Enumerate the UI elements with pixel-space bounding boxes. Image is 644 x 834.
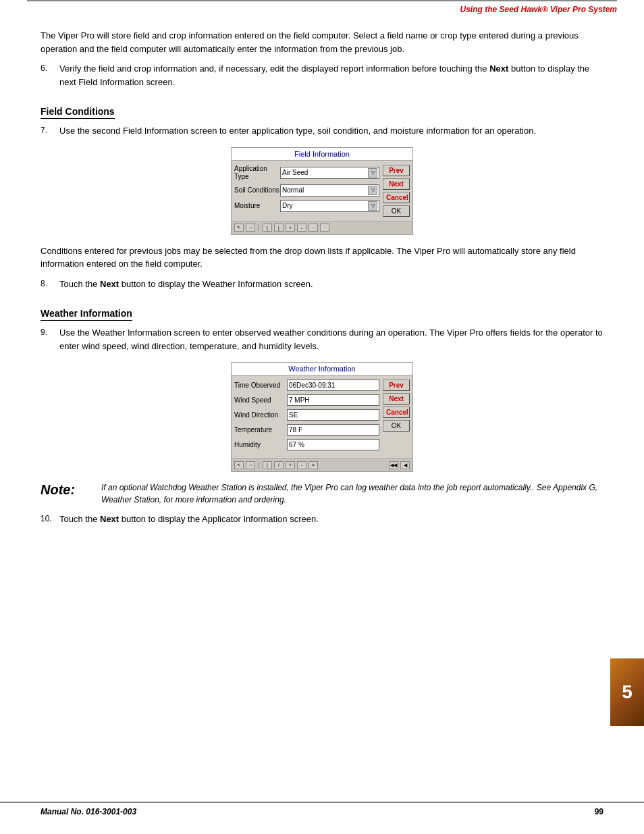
moisture-label: Moisture	[234, 202, 280, 210]
field-info-prev-button[interactable]: Prev	[383, 165, 410, 176]
side-tab-number: 5	[622, 681, 633, 703]
header-title: Using the Seed Hawk® Viper Pro System	[460, 5, 617, 14]
footer-btn-1[interactable]: |	[263, 224, 272, 232]
footer-page: 99	[595, 807, 603, 816]
note-box: Note: If an optional Watchdog Weather St…	[41, 481, 603, 506]
footer-btn-2[interactable]: |	[274, 224, 284, 232]
application-type-label: Application Type	[234, 165, 280, 181]
temperature-value: 78 F	[289, 426, 302, 434]
field-info-next-button[interactable]: Next	[383, 178, 410, 190]
step-9: 9. Use the Weather Information screen to…	[41, 326, 603, 353]
field-information-dialog-wrapper: Field Information Application Type Air S…	[41, 147, 603, 235]
soil-conditions-label: Soil Conditions	[234, 186, 280, 194]
step-7: 7. Use the second Field Information scre…	[41, 124, 603, 138]
footer-btn-arrow-right[interactable]: →	[246, 224, 255, 232]
weather-footer-btn-5[interactable]: +	[286, 461, 295, 469]
wind-speed-input[interactable]: 7 MPH	[287, 394, 379, 406]
application-type-row: Application Type Air Seed ▽	[234, 165, 379, 181]
weather-info-next-button[interactable]: Next	[383, 393, 410, 405]
soil-conditions-dropdown[interactable]: ▽	[368, 186, 377, 195]
time-observed-row: Time Observed 06Dec30-09:31	[234, 380, 379, 391]
weather-footer-btn-6[interactable]: -	[297, 461, 306, 469]
footer-btn-4[interactable]: -	[297, 224, 306, 232]
moisture-value: Dry	[282, 202, 368, 209]
header-bar: Using the Seed Hawk® Viper Pro System	[27, 0, 617, 14]
step-6: 6. Verify the field and crop information…	[41, 62, 603, 88]
weather-footer-btn-4[interactable]: /	[274, 461, 284, 469]
temperature-label: Temperature	[234, 426, 287, 434]
application-type-input[interactable]: Air Seed ▽	[280, 167, 379, 179]
intro-paragraph: The Viper Pro will store field and crop …	[41, 29, 603, 55]
page-container: Using the Seed Hawk® Viper Pro System Th…	[0, 0, 644, 834]
footer-btn-arrow-left[interactable]: ↖	[234, 224, 244, 232]
note-text: If an optional Watchdog Weather Station …	[101, 481, 603, 506]
footer-btn-3[interactable]: +	[286, 224, 295, 232]
wind-direction-input[interactable]: SE	[287, 409, 379, 421]
time-observed-label: Time Observed	[234, 382, 287, 390]
humidity-input[interactable]: 67 %	[287, 439, 379, 450]
weather-info-ok-button[interactable]: OK	[383, 420, 410, 432]
weather-info-cancel-button[interactable]: Cancel	[383, 407, 410, 418]
step-9-num: 9.	[41, 326, 59, 353]
field-conditions-caption: Conditions entered for previous jobs may…	[41, 244, 603, 271]
moisture-row: Moisture Dry ▽	[234, 200, 379, 212]
field-info-buttons: Prev Next Cancel OK	[383, 165, 410, 217]
weather-information-dialog: Weather Information Time Observed 06Dec3…	[231, 362, 413, 472]
footer-btn-6[interactable]: ·	[320, 224, 329, 232]
page-footer: Manual No. 016-3001-003 99	[0, 802, 644, 820]
weather-information-heading: Weather Information	[41, 308, 132, 321]
step-9-text: Use the Weather Information screen to en…	[59, 326, 603, 353]
step-7-text: Use the second Field Information screen …	[59, 124, 603, 138]
step-10: 10. Touch the Next button to display the…	[41, 513, 603, 526]
weather-info-prev-button[interactable]: Prev	[383, 380, 410, 391]
step-10-text: Touch the Next button to display the App…	[59, 513, 603, 526]
soil-conditions-input[interactable]: Normal ▽	[280, 184, 379, 197]
application-type-value: Air Seed	[282, 169, 368, 176]
field-conditions-heading: Field Conditions	[41, 106, 115, 119]
step-6-num: 6.	[41, 62, 59, 88]
temperature-row: Temperature 78 F	[234, 424, 379, 436]
weather-info-dialog-body: Time Observed 06Dec30-09:31 Wind Speed 7…	[232, 375, 412, 458]
temperature-input[interactable]: 78 F	[287, 424, 379, 436]
step-6-text: Verify the field and crop information an…	[59, 62, 603, 88]
moisture-input[interactable]: Dry ▽	[280, 200, 379, 212]
field-info-dialog-body: Application Type Air Seed ▽ Soil Conditi…	[232, 161, 412, 221]
weather-info-dialog-footer: ↖ → | / + - = ◀◀ ◀	[232, 458, 412, 471]
moisture-dropdown[interactable]: ▽	[368, 201, 377, 211]
footer-btn-5[interactable]: ·	[308, 224, 318, 232]
wind-speed-row: Wind Speed 7 MPH	[234, 394, 379, 406]
weather-info-dialog-title: Weather Information	[232, 363, 412, 375]
field-info-fields: Application Type Air Seed ▽ Soil Conditi…	[234, 165, 379, 217]
time-observed-input[interactable]: 06Dec30-09:31	[287, 380, 379, 391]
field-info-ok-button[interactable]: OK	[383, 205, 410, 217]
weather-footer-btn-9[interactable]: ◀	[400, 461, 410, 469]
weather-info-buttons: Prev Next Cancel OK	[383, 380, 410, 454]
field-information-dialog: Field Information Application Type Air S…	[231, 147, 413, 235]
footer-manual: Manual No. 016-3001-003	[41, 807, 136, 816]
weather-footer-btn-1[interactable]: ↖	[234, 461, 244, 469]
step-10-num: 10.	[41, 513, 59, 526]
step-8: 8. Touch the Next button to display the …	[41, 278, 603, 291]
weather-footer-sep	[259, 462, 259, 469]
soil-conditions-row: Soil Conditions Normal ▽	[234, 184, 379, 197]
field-info-cancel-button[interactable]: Cancel	[383, 192, 410, 203]
humidity-value: 67 %	[289, 441, 304, 448]
weather-footer-btn-2[interactable]: →	[246, 461, 255, 469]
weather-footer-btn-7[interactable]: =	[308, 461, 318, 469]
wind-speed-label: Wind Speed	[234, 396, 287, 405]
soil-conditions-value: Normal	[282, 186, 368, 194]
note-label: Note:	[41, 481, 101, 498]
footer-sep-1	[259, 224, 259, 231]
weather-footer-btn-8[interactable]: ◀◀	[389, 461, 398, 469]
humidity-label: Humidity	[234, 441, 287, 449]
step-7-num: 7.	[41, 124, 59, 138]
wind-speed-value: 7 MPH	[289, 396, 310, 404]
weather-information-dialog-wrapper: Weather Information Time Observed 06Dec3…	[41, 362, 603, 472]
application-type-dropdown[interactable]: ▽	[368, 168, 377, 178]
field-info-dialog-title: Field Information	[232, 148, 412, 161]
step-8-num: 8.	[41, 278, 59, 291]
wind-direction-row: Wind Direction SE	[234, 409, 379, 421]
weather-footer-btn-3[interactable]: |	[263, 461, 272, 469]
wind-direction-label: Wind Direction	[234, 411, 287, 419]
time-observed-value: 06Dec30-09:31	[289, 382, 335, 389]
